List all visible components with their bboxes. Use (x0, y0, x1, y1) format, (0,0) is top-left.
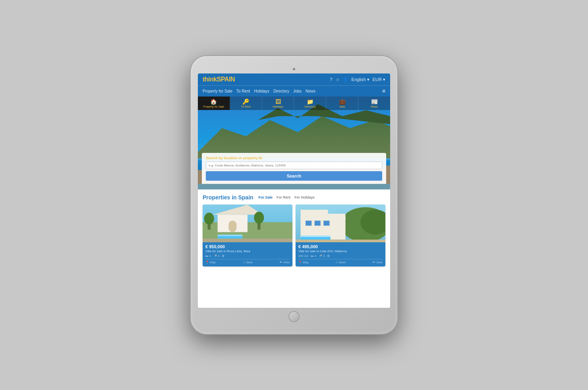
svg-rect-10 (228, 221, 236, 232)
header-icons: ? ☆ 👤 English ▾ EUR ▾ (330, 77, 385, 82)
svg-rect-17 (203, 239, 292, 242)
svg-rect-23 (328, 214, 346, 220)
svg-point-14 (254, 212, 264, 224)
stairs-icon: ⊞ (222, 254, 224, 258)
property-image-1 (203, 205, 292, 242)
nav-item-jobs[interactable]: Jobs (293, 89, 302, 93)
newspaper-icon: 📰 (371, 99, 378, 104)
main-nav: Property for Sale To Rent Holidays Direc… (198, 85, 390, 97)
tablet-camera (293, 68, 295, 70)
svg-rect-25 (315, 221, 321, 226)
hamburger-menu[interactable]: ≡ (382, 88, 385, 94)
hero-section: 🏠 Property for Sale 🔑 To Rent 🖼 Holidays… (198, 97, 390, 184)
hero-tab-to-rent[interactable]: 🔑 To Rent (230, 97, 262, 110)
help-icon[interactable]: ? (330, 77, 332, 82)
card-2-bathrooms: 🚿 3 (319, 254, 325, 258)
card-2-map-button[interactable]: 📍 Map (298, 261, 309, 264)
hero-tab-label-6: News (371, 105, 378, 108)
card-1-map-button[interactable]: 📍 Map (205, 261, 216, 264)
card-1-actions: 📍 Map ☆ Save 👁 View (205, 259, 290, 265)
stairs-icon-2: ⊞ (327, 254, 330, 258)
house-icon: 🏠 (210, 99, 217, 104)
hero-tab-property-sale[interactable]: 🏠 Property for Sale (198, 97, 230, 110)
property-card-1: € 950,000 Villa for sale in Roca Llisa, … (203, 205, 292, 266)
card-2-info: € 495,000 Villa for sale in Cala d'Or, M… (296, 242, 385, 266)
svg-point-12 (204, 213, 214, 225)
site-logo[interactable]: thinkSPAIN (203, 76, 235, 83)
hero-tab-label-2: To Rent (241, 105, 251, 108)
card-1-title: Villa for sale in Roca Llisa, Ibiza (205, 249, 290, 253)
card-1-bathrooms: 🚿 4 (213, 254, 219, 258)
bed-icon: 🛏 (205, 254, 209, 258)
card-2-save-button[interactable]: ☆ Save (335, 261, 346, 264)
key-icon: 🔑 (242, 99, 249, 104)
card-2-size: 200 m2 (298, 254, 308, 258)
filter-for-sale[interactable]: For Sale (259, 195, 273, 199)
tablet-home-button[interactable] (288, 311, 300, 322)
photo-icon: 🖼 (275, 99, 281, 104)
tablet-screen: thinkSPAIN ? ☆ 👤 English ▾ EUR ▾ Propert… (198, 73, 390, 308)
svg-rect-16 (218, 235, 243, 236)
hero-tab-label-4: Directory (304, 105, 315, 108)
hero-tab-label-5: Jobs (339, 105, 345, 108)
card-1-price: € 950,000 (205, 244, 290, 249)
hero-tab-news[interactable]: 📰 News (358, 97, 390, 110)
card-2-bedrooms: 🛏 4 (311, 254, 316, 258)
tablet-frame: thinkSPAIN ? ☆ 👤 English ▾ EUR ▾ Propert… (191, 56, 397, 334)
card-1-view-button[interactable]: 👁 View (279, 261, 290, 264)
card-2-floors: ⊞ (327, 254, 330, 258)
currency-selector[interactable]: EUR ▾ (373, 77, 385, 82)
bookmark-icon[interactable]: ☆ (336, 77, 340, 82)
card-2-view-button[interactable]: 👁 View (372, 261, 383, 264)
properties-header: Properties in Spain For Sale For Rent Fo… (203, 194, 385, 201)
hero-tab-holidays[interactable]: 🖼 Holidays (262, 97, 294, 110)
search-label: Search by location or property ID (206, 156, 382, 160)
card-2-stats: 200 m2 🛏 4 🚿 3 ⊞ (298, 254, 383, 258)
svg-rect-29 (296, 239, 385, 242)
bath-icon: 🚿 (213, 254, 217, 258)
svg-rect-22 (301, 210, 328, 220)
card-2-actions: 📍 Map ☆ Save 👁 View (298, 259, 383, 265)
search-button[interactable]: Search (206, 171, 382, 181)
svg-rect-26 (323, 221, 329, 226)
logo-thin: think (203, 76, 217, 83)
hero-tab-label-3: Holidays (273, 105, 283, 108)
property-cards: € 950,000 Villa for sale in Roca Llisa, … (203, 205, 385, 266)
filter-for-holidays[interactable]: For Holidays (294, 195, 315, 199)
hero-tab-jobs[interactable]: 💼 Jobs (326, 97, 358, 110)
nav-item-to-rent[interactable]: To Rent (236, 89, 250, 93)
properties-title: Properties in Spain (203, 194, 253, 201)
svg-rect-24 (306, 221, 311, 226)
language-selector[interactable]: English ▾ (352, 77, 369, 82)
nav-item-property-sale[interactable]: Property for Sale (203, 89, 232, 93)
briefcase-icon: 💼 (339, 99, 346, 104)
card-1-stats: 🛏 4 🚿 4 ⊞ (205, 254, 290, 258)
hero-tab-label-1: Property for Sale (203, 105, 224, 108)
card-1-bedrooms: 🛏 4 (205, 254, 211, 258)
nav-item-holidays[interactable]: Holidays (254, 89, 269, 93)
logo-bold: SPAIN (217, 76, 235, 83)
svg-rect-28 (301, 236, 331, 237)
folder-icon: 📁 (307, 99, 313, 104)
nav-item-news[interactable]: News (306, 89, 315, 93)
card-2-title: Villa for sale in Cala d'Or, Mallorca (298, 249, 383, 253)
search-container: Search by location or property ID Search (202, 153, 386, 184)
property-card-2: € 495,000 Villa for sale in Cala d'Or, M… (296, 205, 385, 266)
hero-tab-directory[interactable]: 📁 Directory (294, 97, 326, 110)
user-icon[interactable]: 👤 (343, 77, 348, 82)
card-2-price: € 495,000 (298, 244, 383, 249)
filter-for-rent[interactable]: For Rent (277, 195, 290, 199)
card-1-floors: ⊞ (222, 254, 224, 258)
site-header: thinkSPAIN ? ☆ 👤 English ▾ EUR ▾ (198, 73, 390, 85)
hero-tabs: 🏠 Property for Sale 🔑 To Rent 🖼 Holidays… (198, 97, 390, 110)
bed-icon-2: 🛏 (311, 254, 314, 258)
property-image-2 (296, 205, 385, 242)
properties-section: Properties in Spain For Sale For Rent Fo… (198, 189, 390, 308)
nav-item-directory[interactable]: Directory (273, 89, 289, 93)
card-1-save-button[interactable]: ☆ Save (242, 261, 253, 264)
card-1-info: € 950,000 Villa for sale in Roca Llisa, … (203, 242, 292, 266)
search-input-row (206, 162, 382, 169)
search-input[interactable] (206, 162, 382, 169)
bath-icon-2: 🚿 (319, 254, 322, 258)
